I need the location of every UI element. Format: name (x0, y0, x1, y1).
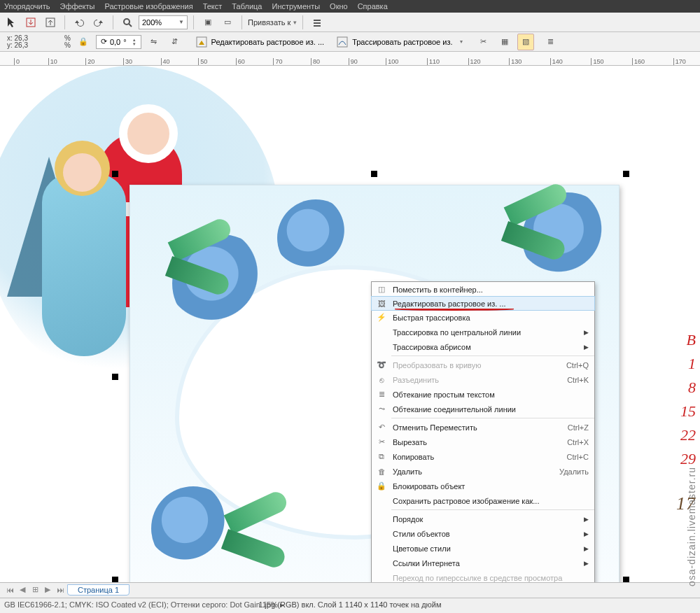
blank-icon (374, 528, 388, 540)
menu-tools[interactable]: Инструменты (272, 2, 320, 10)
submenu-arrow-icon: ▶ (584, 530, 589, 537)
context-menu-label: Преобразовать в кривую (393, 361, 561, 369)
menu-text[interactable]: Текст (203, 2, 223, 10)
cut-icon: ✂ (374, 437, 388, 448)
selection-handle[interactable] (112, 171, 118, 177)
context-menu-label: Ссылки Интернета (393, 559, 578, 568)
context-menu-item: ⎋РазъединитьCtrl+K (372, 372, 594, 387)
shortcut-label: Ctrl+C (567, 453, 589, 461)
resample-icon[interactable]: ▦ (496, 34, 513, 50)
position-readout: x: 26,3 y: 26,3 (7, 35, 28, 49)
shortcut-label: Удалить (559, 467, 589, 476)
context-menu-item[interactable]: Ссылки Интернета▶ (372, 556, 594, 570)
export-icon[interactable] (42, 14, 59, 31)
scale-readout: % % (64, 35, 71, 49)
page-next-icon[interactable]: ▶ (42, 585, 53, 594)
artwork-leaves (144, 213, 263, 304)
context-menu-item[interactable]: ✂ВырезатьCtrl+X (372, 435, 594, 449)
page-add-icon[interactable]: ⊞ (29, 585, 41, 594)
svg-rect-6 (314, 25, 321, 27)
context-menu-item[interactable]: Сохранить растровое изображение как... (372, 493, 594, 508)
context-menu-item[interactable]: Трассировка по центральной линии▶ (372, 325, 594, 339)
context-menu-item[interactable]: ⧉КопироватьCtrl+C (372, 449, 594, 464)
pos-y: 26,3 (15, 41, 28, 49)
import-icon[interactable] (22, 14, 39, 31)
context-menu-item[interactable]: ◫Поместить в контейнер... (372, 282, 594, 297)
context-menu-label: Цветовые стили (393, 544, 578, 553)
context-menu-item[interactable]: Трассировка абрисом▶ (372, 339, 594, 354)
canvas[interactable]: В 1 8 15 22 29 17 ◫Поместить в контейнер… (0, 66, 700, 591)
context-menu-label: Переход по гиперссылке в средстве просмо… (393, 574, 589, 582)
context-menu-item[interactable]: Цветовые стили▶ (372, 541, 594, 556)
context-menu-label: Стили объектов (393, 530, 578, 538)
rotation-value: 0,0 (110, 38, 120, 46)
menubar[interactable]: Упорядочить Эффекты Растровые изображени… (0, 0, 700, 13)
page-tabs[interactable]: ⏮ ◀ ⊞ ▶ ⏭ Страница 1 (0, 582, 700, 596)
rotate-icon: ⟳ (101, 37, 107, 46)
context-menu-item[interactable]: ≣Обтекание простым текстом (372, 387, 594, 402)
context-menu-item[interactable]: Порядок▶ (372, 512, 594, 526)
wrap-text-icon[interactable]: ≣ (542, 34, 559, 50)
context-menu-label: Отменить Переместить (393, 423, 562, 432)
svg-rect-5 (314, 22, 321, 24)
edit-bitmap-button[interactable]: Редактировать растровое из. ... (192, 34, 329, 50)
mirror-h-icon[interactable]: ⇋ (146, 34, 162, 50)
context-menu-label: Обтекание соединительной линии (393, 405, 589, 414)
redo-icon[interactable] (90, 14, 107, 31)
zoom-combo[interactable]: 200% ▼ (139, 15, 188, 29)
preview-icon[interactable]: ▭ (219, 14, 236, 31)
context-menu-item[interactable]: 🔒Блокировать объект (372, 479, 594, 493)
trace-bitmap-button[interactable]: Трассировать растровое из. ▾ (332, 34, 466, 50)
menu-bitmaps[interactable]: Растровые изображения (104, 2, 192, 10)
mirror-v-icon[interactable]: ⇵ (167, 34, 183, 50)
shortcut-label: Ctrl+Z (568, 423, 589, 432)
menu-table[interactable]: Таблица (232, 2, 262, 10)
context-menu-label: Вырезать (393, 438, 561, 446)
selection-handle[interactable] (371, 171, 377, 177)
menu-effects[interactable]: Эффекты (59, 2, 94, 10)
blank-icon (374, 514, 388, 525)
watermark: osa-dizain.livemaster.ru (686, 467, 697, 586)
context-menu-item[interactable]: ⚡Быстрая трассировка (372, 310, 594, 325)
blank-icon (374, 543, 388, 554)
rotation-input[interactable]: ⟳ 0,0° ▲▼ (96, 35, 141, 49)
settings-icon[interactable] (309, 14, 326, 31)
context-menu-item: ➰Преобразовать в кривуюCtrl+Q (372, 358, 594, 372)
bitmap-mode-icon[interactable]: ▧ (517, 34, 534, 50)
selection-handle[interactable] (112, 374, 118, 380)
menu-window[interactable]: Окно (330, 2, 348, 10)
edit-bitmap-icon: 🖼 (374, 298, 388, 309)
selection-handle[interactable] (623, 171, 629, 177)
svg-rect-8 (337, 37, 347, 47)
quick-trace-icon: ⚡ (374, 312, 388, 323)
crop-icon[interactable]: ✂ (475, 34, 492, 50)
copy-icon: ⧉ (374, 451, 388, 463)
page-prev-icon[interactable]: ◀ (17, 585, 28, 594)
pick-tool-icon[interactable] (3, 14, 20, 31)
undo-icon[interactable] (71, 14, 88, 31)
break-icon: ⎋ (374, 374, 388, 386)
lock-aspect-icon[interactable]: 🔒 (75, 34, 92, 50)
chevron-down-icon[interactable]: ▾ (293, 19, 297, 26)
fullscreen-icon[interactable]: ▣ (200, 14, 216, 31)
menu-help[interactable]: Справка (358, 2, 388, 10)
property-bar: x: 26,3 y: 26,3 % % 🔒 ⟳ 0,0° ▲▼ ⇋ ⇵ Реда… (0, 32, 700, 52)
blank-icon (374, 495, 388, 507)
ruler-horizontal: 01020 304050 607080 90100110 120130140 1… (0, 52, 700, 66)
page-last-icon[interactable]: ⏭ (55, 586, 66, 594)
main-toolbar: 200% ▼ ▣ ▭ Привязать к ▾ (0, 13, 700, 32)
context-menu[interactable]: ◫Поместить в контейнер...🖼Редактировать … (371, 281, 595, 591)
undo-icon: ↶ (374, 422, 388, 433)
context-menu-label: Поместить в контейнер... (393, 286, 589, 294)
search-icon[interactable] (119, 14, 136, 31)
page-tab-1[interactable]: Страница 1 (67, 584, 130, 596)
wrap-line-icon: ⤳ (374, 404, 388, 415)
menu-arrange[interactable]: Упорядочить (4, 2, 50, 10)
context-menu-item[interactable]: 🗑УдалитьУдалить (372, 464, 594, 479)
context-menu-item[interactable]: ↶Отменить ПереместитьCtrl+Z (372, 420, 594, 435)
context-menu-item[interactable]: ⤳Обтекание соединительной линии (372, 402, 594, 416)
page-first-icon[interactable]: ⏮ (4, 586, 15, 594)
shortcut-label: Ctrl+K (567, 376, 589, 384)
context-menu-item[interactable]: Стили объектов▶ (372, 526, 594, 541)
wrap-simple-icon: ≣ (374, 389, 388, 400)
